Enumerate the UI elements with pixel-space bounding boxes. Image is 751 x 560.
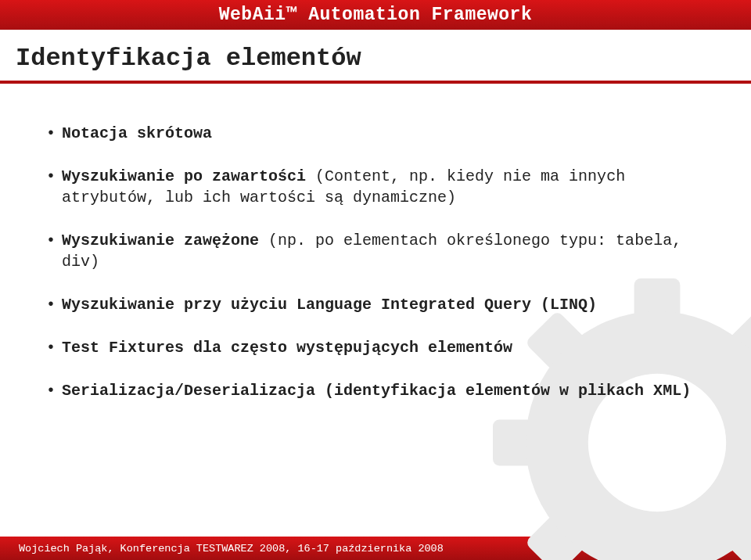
list-item: Wyszukiwanie zawężone (np. po elementach…: [43, 230, 708, 272]
bullet-bold: Serializacja/Deserializacja (identyfikac…: [62, 382, 691, 400]
header-title: WebAii™ Automation Framework: [219, 5, 532, 25]
list-item: Serializacja/Deserializacja (identyfikac…: [43, 380, 708, 401]
header-band: WebAii™ Automation Framework: [0, 0, 751, 30]
bullet-list: Notacja skrótowa Wyszukiwanie po zawarto…: [43, 123, 708, 401]
bullet-bold: Test Fixtures dla często występujących e…: [62, 339, 512, 357]
bullet-bold: Notacja skrótowa: [62, 124, 212, 142]
footer-left-text: Wojciech Pająk, Konferencja TESTWAREZ 20…: [19, 543, 444, 555]
page-title-wrap: Identyfikacja elementów: [0, 30, 751, 84]
list-item: Notacja skrótowa: [43, 123, 708, 144]
page-title: Identyfikacja elementów: [16, 44, 735, 73]
content-area: Notacja skrótowa Wyszukiwanie po zawarto…: [0, 84, 751, 439]
bullet-bold: Wyszukiwanie zawężone: [62, 232, 259, 249]
list-item: Test Fixtures dla często występujących e…: [43, 337, 708, 358]
bullet-bold: Wyszukiwanie po zawartości: [62, 167, 306, 185]
bullet-bold: Wyszukiwanie przy użyciu Language Integr…: [62, 296, 597, 314]
list-item: Wyszukiwanie przy użyciu Language Integr…: [43, 294, 708, 315]
list-item: Wyszukiwanie po zawartości (Content, np.…: [43, 166, 708, 208]
